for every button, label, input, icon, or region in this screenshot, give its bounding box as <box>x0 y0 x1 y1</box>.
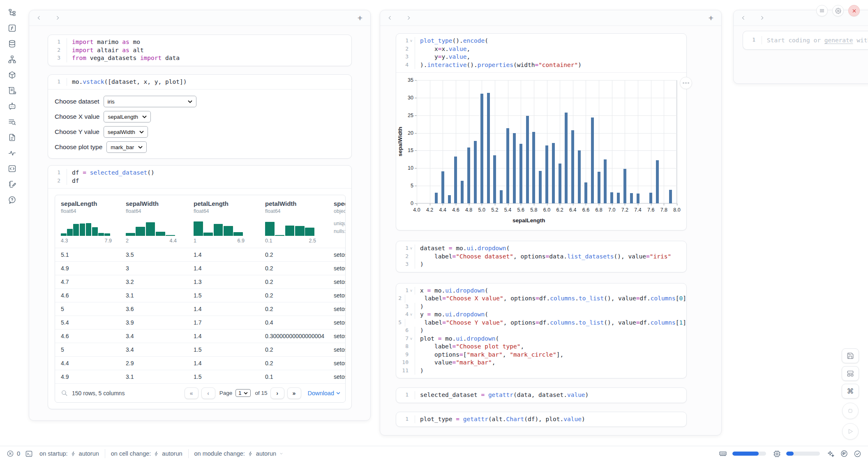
help-icon[interactable] <box>7 195 17 205</box>
column-header-petalLength[interactable]: petalLengthfloat6416.9 <box>188 200 259 248</box>
cell-imports[interactable]: 1import marimo as mo2import altair as al… <box>48 35 352 66</box>
column-header-petalWidth[interactable]: petalWidthfloat640.12.5 <box>259 200 328 248</box>
download-button[interactable]: Download <box>308 390 341 396</box>
x-value-select[interactable]: sepalLength <box>104 111 151 122</box>
sparkles-icon[interactable] <box>827 450 835 458</box>
code-editor[interactable]: 1vplot_type().encode(2 x=x.value,3 y=y.v… <box>396 34 686 72</box>
code-editor[interactable]: 1selected_dataset = getattr(data, datase… <box>396 388 686 403</box>
save-button[interactable] <box>842 348 859 363</box>
on-module-change-setting[interactable]: on module change: autorun <box>194 450 284 457</box>
scroll-icon[interactable] <box>7 85 17 95</box>
column-histogram <box>194 219 243 236</box>
cell-selected-dataset[interactable]: 1selected_dataset = getattr(data, datase… <box>396 387 687 403</box>
code-line: 4).interactive().properties(width="conta… <box>396 61 686 69</box>
copilot-icon[interactable] <box>840 449 848 458</box>
code-editor[interactable]: 1mo.vstack([dataset, x, y, plot]) <box>48 75 351 90</box>
column-header-species[interactable]: speciesobjectunique:nulls: <box>328 200 346 248</box>
cell-empty[interactable]: 1 Start coding or generate with <box>743 31 868 50</box>
chart-bar <box>487 93 490 203</box>
chevron-right-icon[interactable] <box>54 14 61 22</box>
chevron-right-icon[interactable] <box>758 14 766 22</box>
activity-icon[interactable] <box>7 148 17 158</box>
document-icon[interactable] <box>7 132 17 142</box>
code-line: 9 options=["mark_bar", "mark_circle"], <box>396 351 686 359</box>
search-list-icon[interactable] <box>7 117 17 127</box>
chart-bar <box>656 160 659 203</box>
code-line: 1vplot_type().encode( <box>396 37 686 45</box>
file-tree-icon[interactable] <box>7 7 17 17</box>
code-line: 6) <box>396 327 686 335</box>
stop-button[interactable] <box>842 403 859 419</box>
cell-dataset-dropdown[interactable]: 1vdataset = mo.ui.dropdown(2 label="Choo… <box>396 241 687 272</box>
chart-actions-button[interactable] <box>680 77 692 89</box>
page-select[interactable]: 1 <box>235 389 251 397</box>
y-value-select[interactable]: sepalWidth <box>104 126 148 138</box>
scratchpad-icon[interactable] <box>7 179 17 189</box>
x-tick-label: 5.8 <box>530 207 537 213</box>
last-page-button[interactable]: » <box>287 387 301 399</box>
x-tick-label: 6.4 <box>569 207 576 213</box>
cell-dataframe[interactable]: 1df = selected_dataset()2df sepalLengthf… <box>48 165 352 409</box>
command-palette-button[interactable]: ⌘ <box>842 384 859 399</box>
code-editor[interactable]: 1plot_type = getattr(alt.Chart(df), plot… <box>396 412 686 427</box>
table-row: 4.63.11.50.2setosa <box>55 288 345 302</box>
plot-type-select[interactable]: mark_bar <box>106 141 147 153</box>
code-editor[interactable]: 1vdataset = mo.ui.dropdown(2 label="Choo… <box>396 241 686 272</box>
column-header-sepalLength[interactable]: sepalLengthfloat644.37.9 <box>55 200 120 248</box>
dataset-select[interactable]: iris <box>104 96 196 107</box>
chevron-left-icon[interactable] <box>386 14 393 22</box>
function-icon[interactable] <box>7 23 17 33</box>
error-count-badge[interactable]: 0 <box>7 450 20 457</box>
code-line: 2 label="Choose dataset", options=data.l… <box>396 253 686 261</box>
x-tick-label: 7.2 <box>621 207 628 213</box>
column-header-sepalWidth[interactable]: sepalWidthfloat6424.4 <box>120 200 188 248</box>
package-icon[interactable] <box>7 70 17 80</box>
add-cell-button[interactable]: + <box>356 14 365 23</box>
sitemap-icon[interactable] <box>7 54 17 64</box>
chat-bot-icon[interactable] <box>7 101 17 111</box>
cell-plot-type[interactable]: 1plot_type = getattr(alt.Chart(df), plot… <box>396 412 687 427</box>
code-editor[interactable]: 1import marimo as mo2import altair as al… <box>48 35 351 66</box>
cpu-icon <box>773 450 781 458</box>
run-button[interactable] <box>842 423 859 440</box>
df-body: 5.13.51.40.2setosa4.931.40.2setosa4.73.2… <box>55 248 345 383</box>
dropdown-row-dataset: Choose dataset iris <box>55 96 345 107</box>
chevron-left-icon[interactable] <box>35 14 42 22</box>
on-startup-setting[interactable]: on startup: autorun <box>39 450 99 457</box>
chevron-right-icon[interactable] <box>405 14 412 22</box>
code-line: 10 value="mark_bar", <box>396 359 686 367</box>
close-button[interactable] <box>848 5 860 16</box>
code-snippet-icon[interactable] <box>7 164 17 173</box>
code-editor[interactable]: 1df = selected_dataset()2df <box>48 166 351 188</box>
page-label: Page <box>219 390 233 396</box>
generate-link[interactable]: generate <box>824 37 853 44</box>
code-line: 11) <box>396 367 686 375</box>
on-cell-change-setting[interactable]: on cell change: autorun <box>111 450 182 457</box>
connection-check-icon[interactable] <box>854 450 861 458</box>
code-line: 1vx = mo.ui.dropdown( <box>396 287 686 295</box>
add-cell-button[interactable]: + <box>706 14 716 23</box>
column-histogram <box>126 219 175 236</box>
search-icon[interactable] <box>61 390 68 396</box>
database-icon[interactable] <box>7 39 17 48</box>
code-placeholder[interactable]: Start coding or generate with <box>762 36 868 44</box>
settings-gear-button[interactable] <box>832 5 844 16</box>
code-line: 3from vega_datasets import data <box>48 54 351 62</box>
chart-area: sepalLength sepalWidth 051015202530354.0… <box>396 73 686 230</box>
layout-button[interactable] <box>842 366 859 381</box>
cell-chart[interactable]: 1vplot_type().encode(2 x=x.value,3 y=y.v… <box>396 33 687 230</box>
terminal-button[interactable] <box>25 450 33 458</box>
terminal-icon <box>25 450 33 458</box>
x-tick-label: 6.8 <box>595 207 602 213</box>
cell-xy-plot-dropdowns[interactable]: 1vx = mo.ui.dropdown(2 label="Choose X v… <box>396 283 687 379</box>
dropdown-label: Choose X value <box>55 113 99 120</box>
first-page-button[interactable]: « <box>185 387 199 399</box>
chevron-left-icon[interactable] <box>739 14 747 22</box>
code-line: 1vdataset = mo.ui.dropdown( <box>396 244 686 253</box>
menu-button[interactable] <box>816 5 828 16</box>
code-editor[interactable]: 1vx = mo.ui.dropdown(2 label="Choose X v… <box>396 284 686 378</box>
next-page-button[interactable]: › <box>270 387 284 399</box>
chart-bar <box>545 145 548 203</box>
cell-vstack[interactable]: 1mo.vstack([dataset, x, y, plot]) Choose… <box>48 74 352 159</box>
prev-page-button[interactable]: ‹ <box>201 387 215 399</box>
